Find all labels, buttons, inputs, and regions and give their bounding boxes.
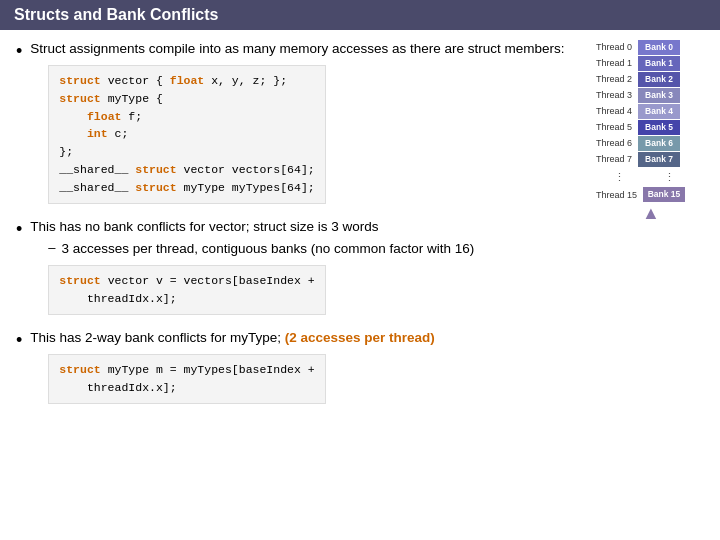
section3-code: struct myType m = myTypes[baseIndex + th… <box>48 354 325 404</box>
thread15-row: Thread 15 Bank 15 <box>596 187 706 202</box>
thread-label-2: Thread 2 <box>596 72 632 87</box>
bank-cell-7: Bank 7 <box>638 152 680 167</box>
bullet-1: • <box>16 41 22 62</box>
section2-subtext: 3 accesses per thread, contiguous banks … <box>62 240 475 259</box>
section2-code: struct vector v = vectors[baseIndex + th… <box>48 265 325 315</box>
bank-cell-4: Bank 4 <box>638 104 680 119</box>
section3-text: This has 2-way bank conflicts for myType… <box>30 329 434 348</box>
header: Structs and Bank Conflicts <box>0 0 720 30</box>
thread-dots: ⋮ <box>596 171 642 183</box>
bank-cell-6: Bank 6 <box>638 136 680 151</box>
thread-label-5: Thread 5 <box>596 120 632 135</box>
section3: • This has 2-way bank conflicts for myTy… <box>16 329 704 410</box>
section1-text: Struct assignments compile into as many … <box>30 40 564 59</box>
section2-subbullet: – 3 accesses per thread, contiguous bank… <box>48 240 474 259</box>
section1-code: struct vector { float x, y, z; }; struct… <box>48 65 325 204</box>
bank-cell-2: Bank 2 <box>638 72 680 87</box>
bullet-3: • <box>16 330 22 351</box>
section2-text: This has no bank conflicts for vector; s… <box>30 218 474 237</box>
thread-label-7: Thread 7 <box>596 152 632 167</box>
header-title: Structs and Bank Conflicts <box>14 6 218 23</box>
thread-bank-diagram: Thread 0 Thread 1 Thread 2 Thread 3 Thre… <box>596 40 706 222</box>
bank-cell-5: Bank 5 <box>638 120 680 135</box>
bank-cell-0: Bank 0 <box>638 40 680 55</box>
thread-labels: Thread 0 Thread 1 Thread 2 Thread 3 Thre… <box>596 40 632 167</box>
bank-cells: Bank 0 Bank 1 Bank 2 Bank 3 Bank 4 Bank … <box>638 40 680 167</box>
bank-dots: ⋮ <box>648 171 690 183</box>
thread-label-6: Thread 6 <box>596 136 632 151</box>
section3-text-plain: This has 2-way bank conflicts for myType… <box>30 330 284 345</box>
bullet-2: • <box>16 219 22 240</box>
thread-label-4: Thread 4 <box>596 104 632 119</box>
upward-arrow: ▲ <box>596 204 706 222</box>
thread-label-0: Thread 0 <box>596 40 632 55</box>
section3-text-highlight: (2 accesses per thread) <box>285 330 435 345</box>
bank-cell-3: Bank 3 <box>638 88 680 103</box>
bank15-cell: Bank 15 <box>643 187 685 202</box>
bank-cell-1: Bank 1 <box>638 56 680 71</box>
thread-label-3: Thread 3 <box>596 88 632 103</box>
thread15-label: Thread 15 <box>596 190 637 200</box>
thread-label-1: Thread 1 <box>596 56 632 71</box>
dash-icon: – <box>48 240 55 255</box>
section2: • This has no bank conflicts for vector;… <box>16 218 704 321</box>
